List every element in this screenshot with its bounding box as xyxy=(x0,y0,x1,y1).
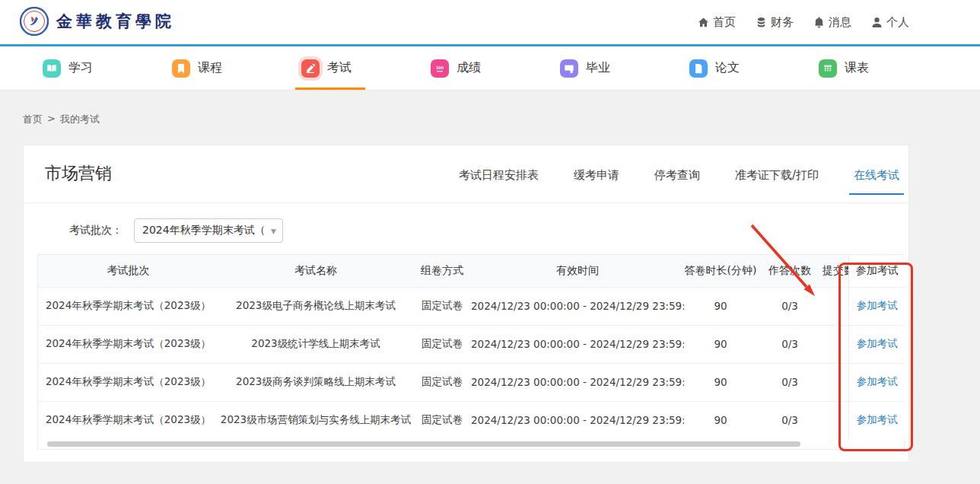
tab-exams-label: 考试 xyxy=(327,60,352,76)
topnav-messages[interactable]: 消息 xyxy=(813,15,851,30)
cell-batch: 2024年秋季学期末考试（2023级） xyxy=(38,401,218,439)
join-exam-link[interactable]: 参加考试 xyxy=(857,337,898,349)
subtab-admission-ticket[interactable]: 准考证下载/打印 xyxy=(735,168,819,195)
cell-duration: 90 xyxy=(684,287,757,325)
school-logo-icon xyxy=(20,7,49,36)
cell-submit xyxy=(822,325,848,363)
batch-select[interactable]: 2024年秋季学期末考试（ ▼ xyxy=(134,218,283,243)
join-exam-link[interactable]: 参加考试 xyxy=(857,375,898,387)
tab-thesis-label: 论文 xyxy=(715,60,740,76)
col-submissions: 提交数 xyxy=(822,255,848,287)
cell-attempts: 0/3 xyxy=(757,401,822,439)
horizontal-scrollbar xyxy=(38,439,904,449)
main-nav: 学习 课程 考试 100 成绩 毕业 论文 课表 xyxy=(0,46,980,91)
cell-time: 2024/12/23 00:00:00 - 2024/12/29 23:59:5… xyxy=(471,287,684,325)
exam-table: 考试批次 考试名称 组卷方式 有效时间 答卷时长(分钟) 作答次数 提交数 参加… xyxy=(37,254,905,450)
topnav-home[interactable]: 首页 xyxy=(698,15,736,30)
person-icon xyxy=(871,17,883,28)
bell-icon xyxy=(813,17,825,28)
col-exam-name: 考试名称 xyxy=(218,255,413,287)
scrollbar-thumb[interactable] xyxy=(47,441,800,447)
col-valid-time: 有效时间 xyxy=(471,255,684,287)
cell-batch: 2024年秋季学期末考试（2023级） xyxy=(38,325,218,363)
home-icon xyxy=(698,17,709,28)
table-row: 2024年秋季学期末考试（2023级） 2023级统计学线上期末考试 固定试卷 … xyxy=(38,325,905,363)
top-nav: 首页 财务 消息 个人 xyxy=(698,0,909,44)
cell-exam-name: 2023级商务谈判策略线上期末考试 xyxy=(218,363,413,401)
cell-submit xyxy=(822,363,848,401)
book-open-icon xyxy=(43,59,61,78)
tab-study-label: 学习 xyxy=(68,60,93,76)
cell-attempts: 0/3 xyxy=(757,363,822,401)
certificate-icon xyxy=(560,59,578,78)
breadcrumb-current: 我的考试 xyxy=(60,113,100,126)
table-header-row: 考试批次 考试名称 组卷方式 有效时间 答卷时长(分钟) 作答次数 提交数 参加… xyxy=(38,255,905,287)
cell-submit xyxy=(822,287,848,325)
tab-courses[interactable]: 课程 xyxy=(172,46,301,90)
topnav-finance-label: 财务 xyxy=(771,15,794,30)
cell-exam-name: 2023级市场营销策划与实务线上期末考试 xyxy=(218,401,413,439)
cell-method: 固定试卷 xyxy=(413,325,471,363)
calendar-icon xyxy=(819,59,837,78)
topnav-finance[interactable]: 财务 xyxy=(756,15,794,30)
subtab-online-exam[interactable]: 在线考试 xyxy=(854,168,899,195)
cell-method: 固定试卷 xyxy=(413,401,471,439)
col-join-exam: 参加考试 xyxy=(848,255,905,287)
col-exam-batch: 考试批次 xyxy=(38,255,218,287)
tab-graduation[interactable]: 毕业 xyxy=(560,46,689,90)
cell-time: 2024/12/23 00:00:00 - 2024/12/29 23:59:5… xyxy=(471,325,684,363)
col-paper-method: 组卷方式 xyxy=(413,255,471,287)
topnav-profile-label: 个人 xyxy=(886,15,909,30)
chevron-down-icon: ▼ xyxy=(271,228,276,235)
page-title: 市场营销 xyxy=(45,162,112,185)
table-row: 2024年秋季学期末考试（2023级） 2023级电子商务概论线上期末考试 固定… xyxy=(38,287,905,325)
cell-method: 固定试卷 xyxy=(413,363,471,401)
join-exam-link[interactable]: 参加考试 xyxy=(857,299,898,311)
subtab-suspension-query[interactable]: 停考查询 xyxy=(654,168,700,195)
cell-attempts: 0/3 xyxy=(757,287,822,325)
breadcrumb-separator: > xyxy=(47,113,56,126)
brand-name: 金華教育學院 xyxy=(56,11,175,32)
document-icon xyxy=(689,59,708,78)
brand: 金華教育學院 xyxy=(20,7,175,36)
breadcrumb-home[interactable]: 首页 xyxy=(23,113,43,126)
batch-filter-label: 考试批次： xyxy=(69,224,123,237)
tab-courses-label: 课程 xyxy=(198,60,222,76)
table-row: 2024年秋季学期末考试（2023级） 2023级商务谈判策略线上期末考试 固定… xyxy=(38,363,905,401)
breadcrumb: 首页 > 我的考试 xyxy=(23,113,100,126)
table-row: 2024年秋季学期末考试（2023级） 2023级市场营销策划与实务线上期末考试… xyxy=(38,401,905,439)
pencil-icon xyxy=(301,59,320,78)
col-duration: 答卷时长(分钟) xyxy=(684,255,757,287)
tab-exams[interactable]: 考试 xyxy=(301,46,431,90)
card-divider xyxy=(24,202,908,203)
cell-method: 固定试卷 xyxy=(413,287,471,325)
tab-study[interactable]: 学习 xyxy=(43,46,172,90)
tab-thesis[interactable]: 论文 xyxy=(689,46,819,90)
topnav-home-label: 首页 xyxy=(713,15,736,30)
subtab-deferral-request[interactable]: 缓考申请 xyxy=(574,168,619,195)
exam-card: 市场营销 考试日程安排表 缓考申请 停考查询 准考证下载/打印 在线考试 考试批… xyxy=(23,145,909,463)
cell-attempts: 0/3 xyxy=(757,325,822,363)
tab-grades-label: 成绩 xyxy=(457,60,481,76)
cell-duration: 90 xyxy=(684,325,757,363)
tab-grades[interactable]: 100 成绩 xyxy=(431,46,560,90)
svg-text:100: 100 xyxy=(436,65,444,70)
tab-schedule-label: 课表 xyxy=(845,60,869,76)
join-exam-link[interactable]: 参加考试 xyxy=(857,413,898,425)
cell-exam-name: 2023级电子商务概论线上期末考试 xyxy=(218,287,413,325)
cell-batch: 2024年秋季学期末考试（2023级） xyxy=(38,363,218,401)
cell-exam-name: 2023级统计学线上期末考试 xyxy=(218,325,413,363)
topnav-messages-label: 消息 xyxy=(829,15,851,30)
cell-duration: 90 xyxy=(684,401,757,439)
cell-batch: 2024年秋季学期末考试（2023级） xyxy=(38,287,218,325)
tab-graduation-label: 毕业 xyxy=(586,60,610,76)
subtab-exam-schedule[interactable]: 考试日程安排表 xyxy=(459,168,539,195)
finance-icon xyxy=(756,17,767,28)
exam-subtabs: 考试日程安排表 缓考申请 停考查询 准考证下载/打印 在线考试 xyxy=(459,168,899,195)
topnav-profile[interactable]: 个人 xyxy=(871,15,909,30)
tab-schedule[interactable]: 课表 xyxy=(819,46,948,90)
cell-time: 2024/12/23 00:00:00 - 2024/12/29 23:59:5… xyxy=(471,401,684,439)
cell-time: 2024/12/23 00:00:00 - 2024/12/29 23:59:5… xyxy=(471,363,684,401)
col-attempts: 作答次数 xyxy=(757,255,822,287)
cell-submit xyxy=(822,401,848,439)
